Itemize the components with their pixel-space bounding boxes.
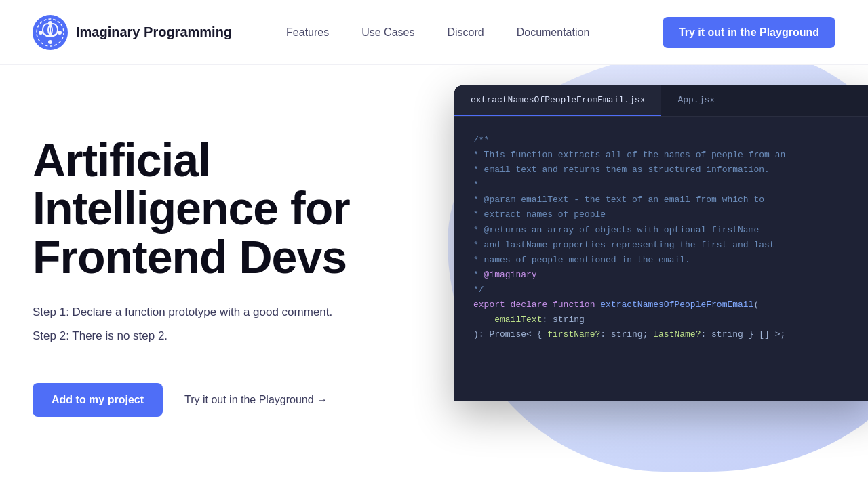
code-line-5: * @param emailText - the text of an emai… xyxy=(473,192,856,207)
hero-step2: Step 2: There is no step 2. xyxy=(33,327,415,345)
brand-name: Imaginary Programming xyxy=(76,24,232,40)
nav-cta-button[interactable]: Try it out in the Playground xyxy=(663,17,835,48)
code-window: extractNamesOfPeopleFromEmail.jsx App.js… xyxy=(454,85,868,401)
navbar: Imaginary Programming Features Use Cases… xyxy=(0,0,868,65)
code-line-14: ): Promise< { firstName?: string; lastNa… xyxy=(473,327,856,342)
nav-features[interactable]: Features xyxy=(286,26,329,39)
code-tab-extract[interactable]: extractNamesOfPeopleFromEmail.jsx xyxy=(454,85,661,116)
hero-title: Artificial Intelligence for Frontend Dev… xyxy=(33,136,415,281)
nav-documentation[interactable]: Documentation xyxy=(517,26,590,39)
code-line-13: emailText: string xyxy=(473,312,856,327)
code-body: /** * This function extracts all of the … xyxy=(454,117,868,401)
code-line-2: * This function extracts all of the name… xyxy=(473,148,856,163)
svg-point-3 xyxy=(39,30,43,35)
code-tab-app[interactable]: App.jsx xyxy=(661,85,731,116)
code-line-11: */ xyxy=(473,283,856,298)
nav-links: Features Use Cases Discord Documentation xyxy=(286,26,663,39)
code-line-7: * @returns an array of objects with opti… xyxy=(473,223,856,238)
hero-section: Artificial Intelligence for Frontend Dev… xyxy=(0,65,868,488)
playground-link-button[interactable]: Try it out in the Playground → xyxy=(184,394,328,406)
code-line-4: * xyxy=(473,178,856,192)
logo-icon xyxy=(33,15,68,50)
logo-link[interactable]: Imaginary Programming xyxy=(33,15,232,50)
code-line-10: * @imaginary xyxy=(473,268,856,283)
code-tabs: extractNamesOfPeopleFromEmail.jsx App.js… xyxy=(454,85,868,117)
svg-point-2 xyxy=(48,40,52,44)
nav-use-cases[interactable]: Use Cases xyxy=(361,26,414,39)
code-line-12: export declare function extractNamesOfPe… xyxy=(473,298,856,312)
svg-point-4 xyxy=(58,30,62,35)
code-line-3: * email text and returns them as structu… xyxy=(473,163,856,178)
code-line-8: * and lastName properties representing t… xyxy=(473,238,856,253)
hero-right: extractNamesOfPeopleFromEmail.jsx App.js… xyxy=(448,65,868,488)
nav-discord[interactable]: Discord xyxy=(447,26,484,39)
hero-step1: Step 1: Declare a function prototype wit… xyxy=(33,303,415,321)
hero-actions: Add to my project Try it out in the Play… xyxy=(33,383,415,417)
code-line-6: * extract names of people xyxy=(473,207,856,222)
code-line-9: * names of people mentioned in the email… xyxy=(473,253,856,268)
code-line-1: /** xyxy=(473,133,856,148)
hero-left: Artificial Intelligence for Frontend Dev… xyxy=(0,65,448,488)
add-to-project-button[interactable]: Add to my project xyxy=(33,383,163,417)
